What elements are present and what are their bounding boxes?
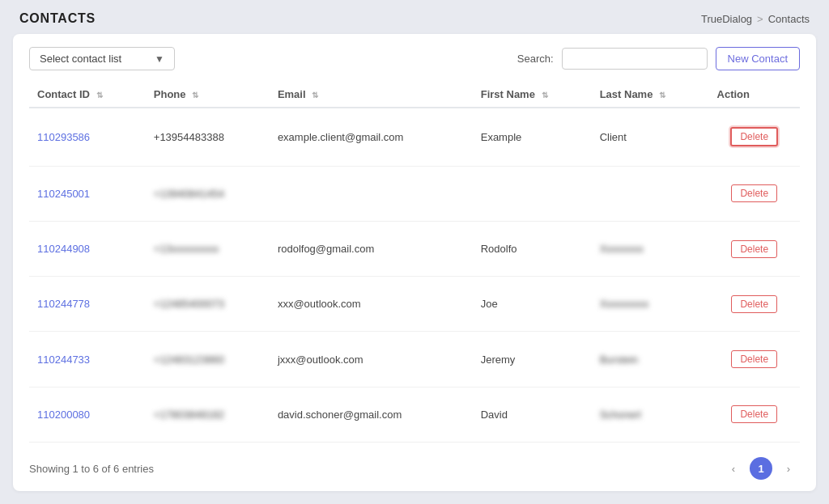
sort-icon-id: ⇅ bbox=[96, 91, 103, 100]
breadcrumb-separator: > bbox=[757, 13, 763, 25]
pagination-page-1-button[interactable]: 1 bbox=[750, 457, 772, 480]
breadcrumb-parent: TrueDialog bbox=[701, 13, 752, 25]
contact-id-link[interactable]: 110293586 bbox=[37, 131, 90, 143]
table-row: 110245001+13940841454Delete bbox=[29, 166, 800, 221]
table-footer: Showing 1 to 6 of 6 entries ‹ 1 › bbox=[29, 451, 800, 480]
col-header-email: Email ⇅ bbox=[270, 82, 473, 108]
contact-lastname: Client bbox=[592, 108, 709, 166]
contact-firstname: Rodolfo bbox=[473, 221, 592, 276]
contact-action: Delete bbox=[709, 332, 800, 387]
main-card: Select contact list ▼ Search: New Contac… bbox=[13, 34, 816, 491]
contact-firstname bbox=[473, 166, 592, 221]
col-header-action: Action bbox=[709, 82, 800, 108]
contact-list-select[interactable]: Select contact list ▼ bbox=[29, 47, 175, 70]
contact-id-link[interactable]: 110244778 bbox=[37, 298, 90, 310]
contact-phone: +13xxxxxxxxx bbox=[146, 221, 270, 276]
delete-button[interactable]: Delete bbox=[731, 405, 777, 423]
contact-action: Delete bbox=[709, 108, 800, 166]
contact-phone: +13940841454 bbox=[146, 166, 270, 221]
contact-id-link[interactable]: 110200080 bbox=[37, 409, 90, 421]
sort-icon-firstname: ⇅ bbox=[542, 91, 548, 100]
delete-button[interactable]: Delete bbox=[731, 184, 777, 202]
delete-button[interactable]: Delete bbox=[731, 295, 777, 313]
contact-email bbox=[270, 166, 473, 221]
contact-email: rodolfog@gmail.com bbox=[270, 221, 473, 276]
delete-button[interactable]: Delete bbox=[731, 350, 777, 368]
pagination: ‹ 1 › bbox=[722, 457, 800, 480]
contact-phone: +12485400073 bbox=[146, 277, 270, 332]
contact-phone: +17803848182 bbox=[146, 387, 270, 442]
table-header-row: Contact ID ⇅ Phone ⇅ Email ⇅ First Name … bbox=[29, 82, 800, 108]
contact-id-link[interactable]: 110244733 bbox=[37, 354, 90, 366]
toolbar: Select contact list ▼ Search: New Contac… bbox=[29, 47, 800, 70]
contact-lastname bbox=[592, 166, 709, 221]
breadcrumb: TrueDialog > Contacts bbox=[701, 13, 810, 25]
contact-id-link[interactable]: 110244908 bbox=[37, 243, 90, 255]
contact-email: example.client@gmail.com bbox=[270, 108, 473, 166]
table-row: 110244908+13xxxxxxxxxrodolfog@gmail.comR… bbox=[29, 221, 800, 276]
contact-action: Delete bbox=[709, 166, 800, 221]
col-header-lastname: Last Name ⇅ bbox=[592, 82, 709, 108]
pagination-next-button[interactable]: › bbox=[777, 457, 800, 480]
contact-firstname: Jeremy bbox=[473, 332, 592, 387]
chevron-down-icon: ▼ bbox=[155, 53, 164, 65]
contact-action: Delete bbox=[709, 387, 800, 442]
contact-email: david.schoner@gmail.com bbox=[270, 387, 473, 442]
table-row: 110244733+12483123860jxxx@outlook.comJer… bbox=[29, 332, 800, 387]
sort-icon-phone: ⇅ bbox=[192, 91, 198, 100]
table-row: 110244778+12485400073xxx@outlook.comJoeX… bbox=[29, 277, 800, 332]
col-header-phone: Phone ⇅ bbox=[146, 82, 270, 108]
contact-email: xxx@outlook.com bbox=[270, 277, 473, 332]
search-input[interactable] bbox=[562, 48, 708, 70]
contact-lastname: Schonerl bbox=[592, 387, 709, 442]
pagination-prev-button[interactable]: ‹ bbox=[722, 457, 745, 480]
contact-firstname: Joe bbox=[473, 277, 592, 332]
sort-icon-lastname: ⇅ bbox=[659, 91, 665, 100]
contacts-table: Contact ID ⇅ Phone ⇅ Email ⇅ First Name … bbox=[29, 82, 800, 443]
contact-firstname: David bbox=[473, 387, 592, 442]
showing-entries-text: Showing 1 to 6 of 6 entries bbox=[29, 463, 154, 475]
contact-id-link[interactable]: 110245001 bbox=[37, 188, 90, 200]
select-label: Select contact list bbox=[40, 53, 121, 65]
page-title: CONTACTS bbox=[19, 11, 96, 26]
table-row: 110200080+17803848182david.schoner@gmail… bbox=[29, 387, 800, 442]
table-row: 110293586+13954483388example.client@gmai… bbox=[29, 108, 800, 166]
contact-phone: +12483123860 bbox=[146, 332, 270, 387]
delete-button[interactable]: Delete bbox=[730, 127, 778, 146]
delete-button[interactable]: Delete bbox=[731, 240, 777, 258]
contact-lastname: Xxxxxxxxx bbox=[592, 277, 709, 332]
col-header-id: Contact ID ⇅ bbox=[29, 82, 146, 108]
search-area: Search: New Contact bbox=[517, 47, 800, 70]
contact-email: jxxx@outlook.com bbox=[270, 332, 473, 387]
contact-firstname: Example bbox=[473, 108, 592, 166]
new-contact-button[interactable]: New Contact bbox=[716, 47, 800, 70]
search-label: Search: bbox=[517, 53, 554, 65]
contact-phone: +13954483388 bbox=[146, 108, 270, 166]
contact-lastname: Burstein bbox=[592, 332, 709, 387]
contact-lastname: Xxxxxxxx bbox=[592, 221, 709, 276]
contact-action: Delete bbox=[709, 221, 800, 276]
contact-action: Delete bbox=[709, 277, 800, 332]
breadcrumb-current: Contacts bbox=[768, 13, 810, 25]
col-header-firstname: First Name ⇅ bbox=[473, 82, 592, 108]
sort-icon-email: ⇅ bbox=[312, 91, 318, 100]
